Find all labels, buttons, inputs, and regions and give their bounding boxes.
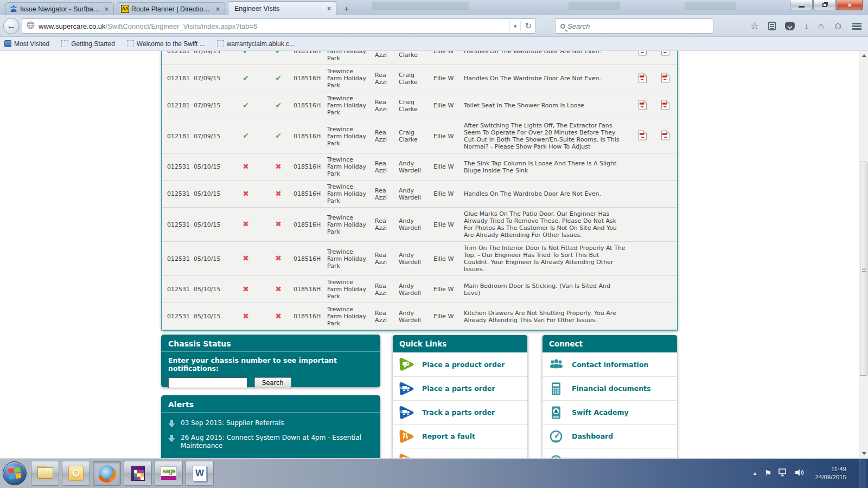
cell-handler: Ellie W xyxy=(433,102,464,109)
cell-pdf-1[interactable] xyxy=(631,284,654,296)
tab-close-icon[interactable]: × xyxy=(104,5,110,13)
cell-pdf-2[interactable] xyxy=(654,219,677,230)
taskbar-app-button[interactable] xyxy=(31,461,59,486)
cell-pdf-1[interactable] xyxy=(631,73,654,85)
cell-claim-id: 012531 xyxy=(162,255,194,262)
cell-pdf-1[interactable] xyxy=(631,219,654,230)
window-close-button[interactable]: × xyxy=(837,0,863,10)
alert-item[interactable]: 26 Aug 2015: Connect System Down at 4pm … xyxy=(161,431,380,453)
quick-link[interactable]: Place a parts order xyxy=(393,376,527,400)
chassis-search-button[interactable]: Search xyxy=(254,377,291,388)
volume-icon[interactable] xyxy=(795,468,805,479)
cell-pdf-1[interactable] xyxy=(631,311,654,323)
back-button[interactable]: ← xyxy=(3,18,20,34)
cell-pdf-1[interactable] xyxy=(631,161,654,173)
cell-pdf-2[interactable] xyxy=(654,253,677,265)
scroll-down-button[interactable] xyxy=(859,449,868,458)
scroll-up-button[interactable] xyxy=(859,51,868,60)
browser-tab[interactable]: Issue Navigator - Surfbay C... × xyxy=(5,2,114,15)
page-scrollbar[interactable] xyxy=(859,51,868,458)
hello-chat-icon[interactable]: ☺ xyxy=(833,21,843,31)
alert-download-icon xyxy=(168,420,175,428)
browser-navbar: ← www.supercare.co.uk /SwiftConnect/Engi… xyxy=(0,15,868,37)
bookmark-item[interactable]: Getting Started xyxy=(61,40,115,48)
connect-link-label: Contact information xyxy=(572,361,648,369)
cell-handler: Ellie W xyxy=(433,51,464,55)
browser-tab[interactable]: Engineer Visits × xyxy=(228,1,336,15)
downloads-icon[interactable]: ↓ xyxy=(804,22,809,31)
cell-pdf-2[interactable] xyxy=(654,130,677,142)
connect-link[interactable]: Financial documents xyxy=(542,376,677,400)
pocket-icon[interactable] xyxy=(785,22,795,30)
check-icon: ✔ xyxy=(275,101,282,110)
taskbar-app-button[interactable] xyxy=(93,461,121,486)
chassis-number-input[interactable] xyxy=(168,377,247,388)
connect-link[interactable]: Swift Academy xyxy=(542,400,677,424)
table-row: 012181 07/09/15 ✔ ✖ ✔ ✖ 018516H Trewince… xyxy=(162,119,677,153)
hidden-icons-button[interactable]: ▲ xyxy=(752,471,757,476)
search-box[interactable] xyxy=(555,18,713,34)
cell-park: Trewince Farm Holiday Park xyxy=(327,214,375,235)
scrollbar-thumb[interactable] xyxy=(860,162,867,376)
tab-close-icon[interactable]: × xyxy=(326,5,332,12)
bookmarks-panel-icon[interactable] xyxy=(768,22,776,30)
menu-icon[interactable] xyxy=(852,23,861,24)
cell-status-1: ✔ ✖ xyxy=(228,255,263,262)
cell-chassis: 018516H xyxy=(293,255,327,262)
cell-pdf-1[interactable] xyxy=(631,188,654,200)
cell-pdf-1[interactable] xyxy=(631,100,654,112)
tab-strip: Issue Navigator - Surfbay C... × AA Rout… xyxy=(5,1,354,15)
connect-link[interactable]: Contact information xyxy=(542,352,677,376)
bookmark-item[interactable]: warrantyclaim.abiuk.c... xyxy=(217,40,295,48)
cell-pdf-2[interactable] xyxy=(654,311,677,323)
cell-pdf-2[interactable] xyxy=(654,188,677,200)
browser-tab[interactable]: AA Route Planner | Directions, ... × xyxy=(117,2,225,15)
cell-handler: Ellie W xyxy=(433,163,464,170)
cell-description: Glue Marks On The Patio Door. Our Enginn… xyxy=(464,210,631,239)
start-button[interactable] xyxy=(3,461,27,485)
bookmark-star-icon[interactable]: ☆ xyxy=(750,21,759,31)
address-bar[interactable]: www.supercare.co.uk /SwiftConnect/Engine… xyxy=(22,18,536,34)
cell-description: After Switching The Lights Off, The Extr… xyxy=(464,122,631,150)
search-input[interactable] xyxy=(567,22,713,30)
home-icon[interactable]: ⌂ xyxy=(818,21,824,31)
taskbar-app-button[interactable] xyxy=(186,461,214,486)
connect-link[interactable]: Dashboard xyxy=(542,424,677,448)
alert-item[interactable]: 03 Sep 2015: Supplier Referrals xyxy=(161,416,380,431)
cell-date: 05/10/15 xyxy=(194,190,228,197)
taskbar-clock[interactable]: 11:49 24/09/2015 xyxy=(815,465,846,481)
cell-park: Trewince Farm Holiday Park xyxy=(327,95,375,116)
new-tab-button[interactable]: + xyxy=(339,3,354,15)
mosaic-app-icon xyxy=(131,466,145,481)
quick-link[interactable] xyxy=(393,448,527,458)
window-minimize-button[interactable] xyxy=(790,0,813,10)
cell-pdf-2[interactable] xyxy=(654,161,677,173)
window-restore-button[interactable] xyxy=(813,0,836,10)
cell-engineer: Craig Clarke xyxy=(399,129,433,143)
bookmark-item[interactable]: Most Visited xyxy=(4,40,49,48)
cell-pdf-2[interactable] xyxy=(654,284,677,296)
check-icon: ✔ xyxy=(242,51,249,55)
network-icon[interactable] xyxy=(778,468,788,479)
quick-link[interactable]: Track a parts order xyxy=(393,400,527,424)
taskbar-app-button[interactable] xyxy=(124,461,152,486)
tab-close-icon[interactable]: × xyxy=(215,5,221,13)
urlbar-dropdown-icon[interactable]: ▾ xyxy=(509,21,521,31)
cell-pdf-1[interactable] xyxy=(631,253,654,265)
quick-link[interactable]: Place a product order xyxy=(393,352,527,376)
reload-icon[interactable]: ↻ xyxy=(520,21,535,31)
action-center-flag-icon[interactable]: ⚑ xyxy=(764,468,771,478)
taskbar-app-button[interactable] xyxy=(62,461,90,486)
quick-link-label: Track a parts order xyxy=(422,408,495,416)
taskbar-app-button[interactable] xyxy=(155,461,183,486)
cell-pdf-1[interactable] xyxy=(631,130,654,142)
cell-pdf-2[interactable] xyxy=(654,51,677,57)
quick-link[interactable]: Report a fault xyxy=(393,424,527,448)
cell-pdf-1[interactable] xyxy=(631,51,654,57)
connect-link[interactable] xyxy=(542,448,677,458)
cell-pdf-2[interactable] xyxy=(654,100,677,112)
cell-pdf-2[interactable] xyxy=(654,73,677,85)
bookmark-item[interactable]: Welcome to the Swift ... xyxy=(127,40,205,48)
show-desktop-button[interactable] xyxy=(859,459,866,488)
cell-status-2: ✔ ✖ xyxy=(263,102,293,110)
